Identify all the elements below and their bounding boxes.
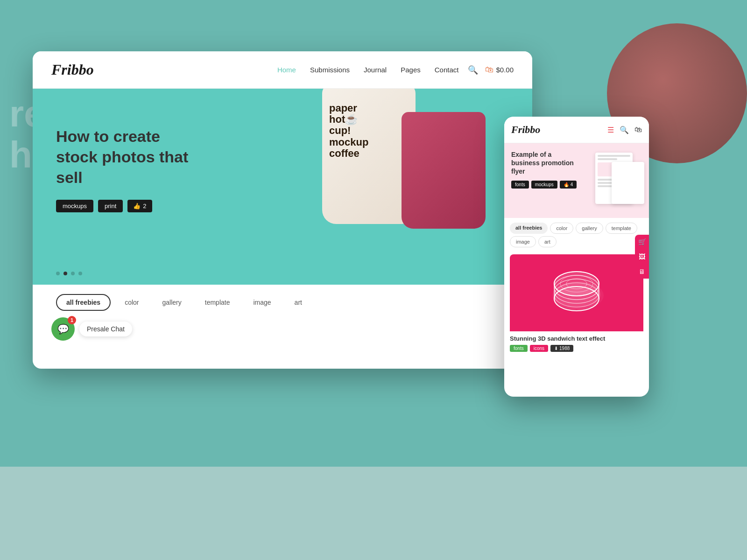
nav-journal[interactable]: Journal <box>364 66 387 74</box>
tab-gallery[interactable]: gallery <box>153 295 191 310</box>
slider-dot[interactable] <box>71 272 75 275</box>
mobile-hero-title: Example of a business promotion flyer <box>511 150 577 176</box>
cart-price: $0.00 <box>496 66 514 74</box>
svg-point-12 <box>554 287 599 311</box>
mobile-tab-image[interactable]: image <box>510 236 536 247</box>
flyer-line <box>598 155 630 157</box>
mobile-product-image <box>510 254 643 331</box>
chat-label: Presale Chat <box>79 322 132 336</box>
chat-widget: 💬 1 Presale Chat <box>51 317 132 341</box>
mobile-tab-color[interactable]: color <box>550 223 573 234</box>
menu-icon[interactable]: ☰ <box>607 126 614 134</box>
tab-color[interactable]: color <box>115 295 148 310</box>
mobile-thumb-count: 4 <box>571 182 573 187</box>
mobile-tab-gallery[interactable]: gallery <box>576 223 603 234</box>
sidebar-cart-icon[interactable]: 🛒 <box>635 235 649 249</box>
thumb-count: 2 <box>143 203 146 210</box>
mobile-tab-template[interactable]: template <box>606 223 637 234</box>
product-tag-icons[interactable]: icons <box>530 345 548 352</box>
desktop-logo: Fribbo <box>51 61 94 78</box>
tab-image[interactable]: image <box>244 295 280 310</box>
thumbsup-icon: 👍 <box>133 203 141 210</box>
nav-submissions[interactable]: Submissions <box>310 66 350 74</box>
hero-content: How to create stock photos that sell moc… <box>33 89 219 250</box>
sidebar-monitor-icon[interactable]: 🖥 <box>635 265 649 279</box>
nav-home[interactable]: Home <box>277 66 296 74</box>
nav-pages[interactable]: Pages <box>401 66 421 74</box>
mobile-logo: Fribbo <box>511 124 603 136</box>
tab-template[interactable]: template <box>196 295 240 310</box>
desktop-hero: How to create stock photos that sell moc… <box>33 89 532 285</box>
mobile-tag-thumb[interactable]: 🔥 4 <box>560 181 577 189</box>
tag-mockups[interactable]: mockups <box>56 200 93 212</box>
tag-print[interactable]: print <box>98 200 123 212</box>
desktop-mockup: Fribbo Home Submissions Journal Pages Co… <box>33 51 532 369</box>
mobile-cart-icon[interactable]: 🛍 <box>634 126 642 134</box>
hero-title: How to create stock photos that sell <box>56 126 196 188</box>
cup-lid <box>402 112 486 229</box>
desktop-header: Fribbo Home Submissions Journal Pages Co… <box>33 51 532 89</box>
sandwich-3d-illustration <box>542 263 612 323</box>
chat-button[interactable]: 💬 1 <box>51 317 75 341</box>
search-icon[interactable]: 🔍 <box>468 65 478 75</box>
mobile-product-title: Stunning 3D sandwich text effect <box>510 335 643 342</box>
nav-icons: 🔍 🛍 $0.00 <box>468 65 514 75</box>
mobile-header: Fribbo ☰ 🔍 🛍 <box>504 117 649 143</box>
slider-dot[interactable] <box>56 272 60 275</box>
mobile-tab-all-freebies[interactable]: all freebies <box>510 223 548 234</box>
nav-contact[interactable]: Contact <box>435 66 459 74</box>
mobile-product-card: Stunning 3D sandwich text effect fonts i… <box>510 254 643 356</box>
tab-art[interactable]: art <box>285 295 311 310</box>
hero-tags: mockups print 👍 2 <box>56 200 196 212</box>
mobile-flyer-illustration <box>591 148 647 213</box>
mobile-tag-mockups[interactable]: mockups <box>531 181 557 189</box>
mobile-mockup: Fribbo ☰ 🔍 🛍 Example of a business promo… <box>504 117 649 397</box>
flyer-line <box>598 158 617 160</box>
mobile-search-icon[interactable]: 🔍 <box>620 126 629 134</box>
mobile-nav-icons: ☰ 🔍 🛍 <box>607 126 642 134</box>
cart-button[interactable]: 🛍 $0.00 <box>485 65 514 75</box>
cart-icon: 🛍 <box>485 65 493 75</box>
product-tag-downloads: ⬇ 1988 <box>550 345 573 352</box>
mobile-sidebar-icons: 🛒 🖼 🖥 <box>635 235 649 279</box>
mobile-hero-card: Example of a business promotion flyer fo… <box>504 143 649 218</box>
product-tag-fonts[interactable]: fonts <box>510 345 528 352</box>
chat-icon: 💬 <box>57 323 69 335</box>
slider-dot[interactable] <box>78 272 82 275</box>
slider-dots <box>56 272 82 275</box>
mobile-thumbsup-icon: 🔥 <box>564 182 569 187</box>
background-bottom <box>0 467 747 560</box>
download-count: 1988 <box>559 346 570 351</box>
hero-cup-illustration: paperHot☕cup!Mockupcoffee <box>299 89 486 285</box>
mobile-category-tabs: all freebies color gallery template imag… <box>504 218 649 252</box>
mobile-product-tags: fonts icons ⬇ 1988 <box>510 345 643 352</box>
chat-notification-badge: 1 <box>68 316 76 324</box>
desktop-nav: Home Submissions Journal Pages Contact <box>277 66 459 74</box>
tag-thumbsup[interactable]: 👍 2 <box>127 200 152 212</box>
tab-all-freebies[interactable]: all freebies <box>56 294 111 311</box>
desktop-category-tabs: all freebies color gallery template imag… <box>33 285 532 320</box>
mobile-tag-fonts[interactable]: fonts <box>511 181 529 189</box>
mobile-product-info: Stunning 3D sandwich text effect fonts i… <box>510 331 643 356</box>
slider-dot-active[interactable] <box>63 272 67 275</box>
download-icon: ⬇ <box>554 346 558 351</box>
sidebar-photo-icon[interactable]: 🖼 <box>635 250 649 264</box>
mobile-tab-art[interactable]: art <box>538 236 557 247</box>
flyer-card-2 <box>612 162 644 204</box>
